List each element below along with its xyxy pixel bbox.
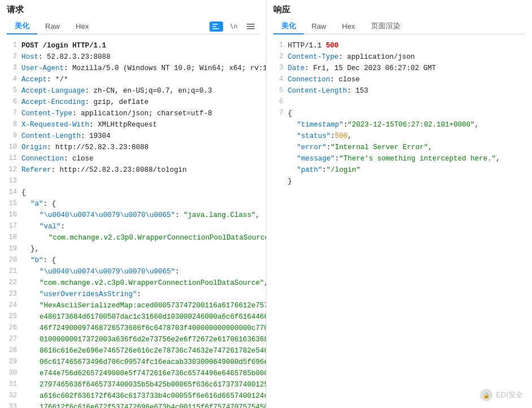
response-panel: 响应 美化 Raw Hex 页面渲染 1 HTTP/1.1 500 2 Cont…: [267, 0, 533, 408]
svg-rect-4: [247, 26, 255, 27]
resp-line-8: "timestamp":"2023-12-15T06:27:02.101+000…: [272, 119, 527, 131]
tab-response-render[interactable]: 页面渲染: [363, 19, 408, 34]
resp-line-13: }: [272, 176, 527, 187]
request-header: 请求 美化 Raw Hex \n: [0, 0, 266, 37]
tab-request-beautify[interactable]: 美化: [7, 19, 37, 34]
line-11: 11 Connection: close: [6, 153, 260, 164]
newline-icon-btn[interactable]: \n: [228, 21, 239, 31]
line-31: 31 2797465636f64657374000​35b5b425b00065…: [6, 379, 260, 390]
line-20: 20 "b": {: [6, 255, 260, 266]
resp-line-6: 6: [272, 97, 527, 108]
resp-line-2: 2 Content-Type: application/json: [272, 51, 527, 63]
line-4: 4 Accept: */*: [6, 74, 260, 85]
tab-request-raw[interactable]: Raw: [37, 20, 68, 34]
line-24: 24 "HexAsciiSerializedMap:aced0005737472…: [6, 300, 260, 311]
format-icon-btn[interactable]: [210, 21, 223, 32]
request-content: 1 POST /login HTTP/1.1 2 Host: 52.82.3.2…: [0, 37, 266, 408]
request-panel: 请求 美化 Raw Hex \n: [0, 0, 267, 408]
line-13: 13: [6, 176, 260, 187]
menu-icon-btn[interactable]: [245, 22, 257, 31]
line-3: 3 User-Agent: Mozilla/5.0 (Windows NT 10…: [6, 63, 260, 74]
line-32: 32 a616c602f636172f6436c6173733b4c00055f…: [6, 390, 260, 402]
svg-rect-0: [212, 24, 218, 25]
response-header: 响应 美化 Raw Hex 页面渲染: [267, 0, 533, 37]
line-14: 14 {: [6, 187, 260, 198]
line-10: 10 Origin: http://52.82.3.23:8088: [6, 142, 260, 153]
request-title: 请求: [7, 5, 259, 15]
resp-line-5: 5 Content-Length: 153: [272, 85, 527, 97]
svg-rect-5: [247, 28, 255, 29]
tab-response-hex[interactable]: Hex: [334, 20, 363, 34]
resp-line-3: 3 Date: Fri, 15 Dec 2023 06:27:02 GMT: [272, 63, 527, 74]
resp-line-9: "status":500,: [272, 131, 527, 142]
line-25: 25 e486173684d61700507dac1c31660d1030002…: [6, 311, 260, 323]
request-tab-icons: \n: [210, 21, 259, 32]
main-container: 请求 美化 Raw Hex \n: [0, 0, 532, 408]
svg-rect-2: [212, 28, 219, 29]
resp-line-10: "error":"Internal Server Error",: [272, 142, 527, 153]
line-26: 26 46f724900097468726573686f6c6478703f40…: [6, 323, 260, 334]
line-17: 17 "val":: [6, 221, 260, 232]
line-12: 12 Referer: http://52.82.3.23:8088/tolog…: [6, 164, 260, 176]
line-23: 23 "userOverridesAsString":: [6, 289, 260, 300]
line-16: 16 "\u0040\u0074\u0079\u0070\u0065": "ja…: [6, 210, 260, 221]
svg-rect-3: [247, 24, 255, 25]
line-2: 2 Host: 52.82.3.23:8088: [6, 51, 260, 63]
line-27: 27 010000000173720​03a636f6d2e73756e2e6f…: [6, 334, 260, 345]
svg-rect-1: [212, 26, 216, 27]
line-21: 21 "\u0040\u0074\u0079\u0070\u0065":: [6, 266, 260, 277]
resp-line-1: 1 HTTP/1.1 500: [272, 40, 527, 51]
line-9: 9 Content-Length: 19304: [6, 131, 260, 142]
request-tabs-row: 美化 Raw Hex \n: [7, 19, 259, 34]
line-15: 15 "a": {: [6, 198, 260, 210]
tab-response-beautify[interactable]: 美化: [273, 19, 304, 34]
resp-line-11: "message":"There's something intercepted…: [272, 153, 527, 164]
line-18: 18 "com.mchange.v2.c3p0.WrapperConnectio…: [6, 232, 260, 244]
line-33: 33 176612f6c616e672f537472696e673b4c0011…: [6, 402, 260, 408]
resp-line-4: 4 Connection: close: [272, 74, 527, 85]
line-6: 6 Accept-Encoding: gzip, deflate: [6, 97, 260, 108]
response-title: 响应: [273, 5, 526, 15]
response-content: 1 HTTP/1.1 500 2 Content-Type: applicati…: [267, 37, 533, 408]
tab-response-raw[interactable]: Raw: [304, 20, 334, 34]
line-30: 30 e744e756d62657249000e5f7472616e736c65…: [6, 368, 260, 379]
response-tabs-row: 美化 Raw Hex 页面渲染: [273, 19, 526, 34]
tab-request-hex[interactable]: Hex: [68, 20, 97, 34]
line-5: 5 Accept-Language: zh-CN, en-US;q=0.7, e…: [6, 85, 260, 97]
line-19: 19 },: [6, 244, 260, 255]
line-29: 29 06c617465673496d706c09574fc16eacab330…: [6, 357, 260, 368]
line-22: 22 "com.mchange.v2.c3p0.WrapperConnectio…: [6, 277, 260, 289]
line-28: 28 8616c616e2e696e7465726e616c2e78736c74…: [6, 345, 260, 357]
line-1: 1 POST /login HTTP/1.1: [6, 40, 260, 51]
resp-line-7: 7 {: [272, 108, 527, 119]
line-8: 8 X-Requested-With: XMLHttpRequest: [6, 119, 260, 131]
resp-line-12: "path":"/login": [272, 164, 527, 176]
line-7: 7 Content-Type: application/json; charse…: [6, 108, 260, 119]
